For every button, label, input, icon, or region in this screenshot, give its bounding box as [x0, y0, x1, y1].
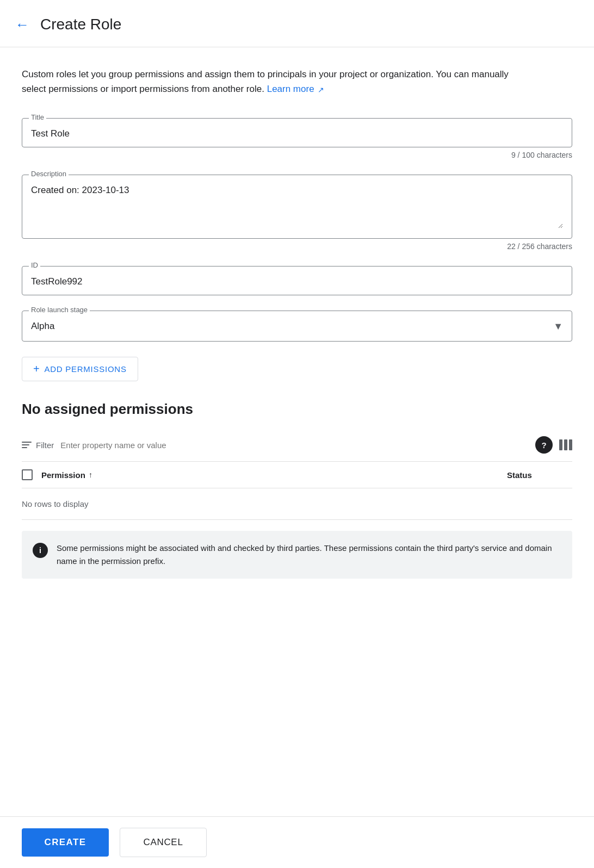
filter-lines-icon[interactable] [22, 442, 32, 448]
launch-stage-field: Role launch stage Alpha Beta General Ava… [22, 311, 572, 342]
role-id-input[interactable] [31, 276, 563, 287]
launch-stage-label: Role launch stage [29, 306, 90, 314]
description-group: Description Created on: 2023-10-13 22 / … [22, 175, 572, 251]
permission-column-header: Permission ↑ [41, 470, 498, 480]
filter-icon-area: Filter [22, 441, 54, 450]
description-body: Custom roles let you group permissions a… [22, 69, 509, 94]
add-permissions-label: ADD PERMISSIONS [44, 364, 126, 374]
learn-more-text: Learn more [267, 84, 314, 94]
description-label: Description [29, 170, 69, 178]
role-id-field: ID [22, 266, 572, 295]
description-char-count: 22 / 256 characters [22, 242, 572, 251]
external-link-icon: ↗ [318, 84, 324, 96]
footer: CREATE CANCEL [0, 816, 594, 868]
launch-stage-select[interactable]: Alpha Beta General Availability Disabled [22, 311, 572, 341]
filter-input[interactable] [60, 441, 529, 450]
page-header: ← Create Role [0, 0, 594, 47]
page-title: Create Role [40, 16, 121, 33]
learn-more-link[interactable]: Learn more ↗ [267, 84, 325, 94]
permissions-section-title: No assigned permissions [22, 401, 572, 418]
status-column-header: Status [507, 470, 572, 480]
role-title-field: Title [22, 118, 572, 147]
sort-ascending-icon[interactable]: ↑ [89, 470, 92, 479]
plus-icon: + [33, 363, 40, 375]
filter-bar: Filter ? [22, 429, 572, 462]
role-title-group: Title 9 / 100 characters [22, 118, 572, 159]
info-text: Some permissions might be associated wit… [57, 542, 561, 568]
add-permissions-button[interactable]: + ADD PERMISSIONS [22, 357, 138, 381]
table-header: Permission ↑ Status [22, 462, 572, 488]
main-content: Custom roles let you group permissions a… [0, 47, 594, 644]
description-text: Custom roles let you group permissions a… [22, 67, 511, 96]
cancel-button[interactable]: CANCEL [120, 828, 207, 857]
launch-stage-group: Role launch stage Alpha Beta General Ava… [22, 311, 572, 342]
role-title-input[interactable] [31, 128, 563, 139]
no-rows-message: No rows to display [22, 488, 572, 520]
role-id-group: ID [22, 266, 572, 295]
role-title-char-count: 9 / 100 characters [22, 151, 572, 159]
role-id-label: ID [29, 261, 40, 269]
back-button[interactable]: ← [11, 13, 34, 36]
description-textarea[interactable]: Created on: 2023-10-13 [31, 185, 563, 228]
back-arrow-icon: ← [15, 17, 29, 32]
select-all-checkbox[interactable] [22, 469, 33, 480]
info-box: i Some permissions might be associated w… [22, 531, 572, 579]
help-icon[interactable]: ? [535, 436, 553, 454]
info-icon: i [33, 543, 48, 558]
create-button[interactable]: CREATE [22, 828, 109, 857]
role-title-label: Title [29, 113, 46, 121]
permission-col-label: Permission [41, 470, 85, 480]
filter-label: Filter [36, 441, 54, 450]
description-field: Description Created on: 2023-10-13 [22, 175, 572, 239]
columns-icon[interactable] [559, 439, 572, 450]
